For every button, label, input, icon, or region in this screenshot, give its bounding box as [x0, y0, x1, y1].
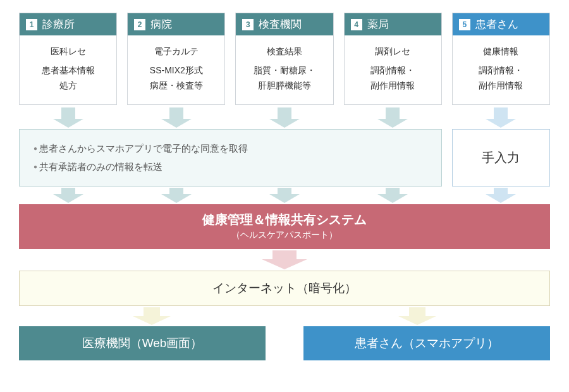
dest-medical-web: 医療機関（Web画面） [19, 326, 266, 360]
card-title: 診療所 [42, 17, 75, 32]
arrow-down-icon [269, 107, 300, 128]
card-line1: 検査結果 [240, 44, 329, 59]
manual-input-label: 手入力 [482, 149, 520, 166]
card-number-badge: 1 [26, 19, 37, 30]
card-line3: 肝胆膵機能等 [240, 78, 329, 94]
card-line3: 副作用情報 [456, 78, 546, 94]
dest-label: 医療機関（Web画面） [82, 336, 203, 350]
card-hospital: 2 病院 電子カルテ SS-MIX2形式 病歴・検査等 [127, 13, 225, 105]
arrow-down-icon [161, 188, 192, 203]
card-header: 1 診療所 [20, 13, 116, 35]
card-body: 電子カルテ SS-MIX2形式 病歴・検査等 [128, 35, 224, 104]
consent-bullet: 患者さんからスマホアプリで電子的な同意を取得 [34, 140, 427, 158]
arrow-down-icon [269, 188, 300, 203]
card-body: 調剤レセ 調剤情報・ 副作用情報 [345, 35, 441, 104]
card-pharmacy: 4 薬局 調剤レセ 調剤情報・ 副作用情報 [344, 13, 442, 105]
card-line1: 電子カルテ [132, 44, 221, 59]
card-title: 患者さん [475, 17, 518, 32]
arrow-down-icon [486, 188, 516, 203]
arrow-down-icon [133, 307, 171, 325]
internet-bar: インターネット（暗号化） [19, 271, 550, 306]
card-line2: 調剤情報・ [348, 63, 437, 78]
card-number-badge: 5 [459, 19, 470, 30]
card-header: 2 病院 [128, 13, 224, 35]
system-title: 健康管理＆情報共有システム [20, 211, 549, 228]
arrows-mid [19, 188, 550, 203]
card-number-badge: 3 [242, 19, 254, 30]
card-clinic: 1 診療所 医科レセ 患者基本情報 処方 [19, 13, 117, 105]
arrow-down-icon [53, 188, 83, 203]
card-title: 薬局 [367, 17, 389, 32]
card-line3: 病歴・検査等 [132, 78, 221, 94]
card-patient: 5 患者さん 健康情報 調剤情報・ 副作用情報 [452, 13, 550, 105]
card-title: 病院 [150, 17, 172, 32]
card-line1: 医科レセ [23, 44, 113, 59]
card-line3: 処方 [23, 78, 113, 94]
dest-label: 患者さん（スマホアプリ） [355, 336, 499, 350]
source-cards-row: 1 診療所 医科レセ 患者基本情報 処方 2 病院 電子カルテ SS-MIX2形… [19, 13, 550, 105]
card-line2: 調剤情報・ [456, 63, 546, 78]
card-body: 健康情報 調剤情報・ 副作用情報 [453, 35, 549, 104]
card-number-badge: 2 [134, 19, 145, 30]
consent-bullet: 共有承諾者のみの情報を転送 [34, 158, 427, 176]
card-header: 3 検査機関 [236, 13, 333, 35]
arrow-down-icon [486, 107, 516, 128]
card-lab: 3 検査機関 検査結果 脂質・耐糖尿・ 肝胆膵機能等 [235, 13, 333, 105]
card-line1: 調剤レセ [348, 44, 437, 59]
card-line2: SS-MIX2形式 [132, 63, 221, 78]
dest-patient-app: 患者さん（スマホアプリ） [303, 326, 550, 360]
arrow-down-icon [161, 107, 192, 128]
arrow-down-icon [53, 107, 83, 128]
mid-row: 患者さんからスマホアプリで電子的な同意を取得 共有承諾者のみの情報を転送 手入力 [19, 129, 550, 187]
arrows-bottom [19, 307, 550, 325]
internet-label: インターネット（暗号化） [212, 281, 357, 295]
arrow-down-icon [377, 107, 408, 128]
manual-input-box: 手入力 [452, 129, 550, 187]
arrow-down-icon [377, 188, 408, 203]
card-title: 検査機関 [259, 17, 302, 32]
consent-box: 患者さんからスマホアプリで電子的な同意を取得 共有承諾者のみの情報を転送 [19, 129, 442, 187]
card-header: 5 患者さん [453, 13, 549, 35]
arrow-down-icon [262, 250, 307, 269]
card-line2: 脂質・耐糖尿・ [240, 63, 329, 78]
system-bar: 健康管理＆情報共有システム （ヘルスケアパスポート） [19, 204, 550, 249]
card-line2: 患者基本情報 [23, 63, 113, 78]
system-subtitle: （ヘルスケアパスポート） [20, 230, 549, 241]
arrow-system-to-internet [19, 250, 550, 269]
card-header: 4 薬局 [345, 13, 441, 35]
card-body: 検査結果 脂質・耐糖尿・ 肝胆膵機能等 [236, 35, 333, 104]
card-line3: 副作用情報 [348, 78, 437, 94]
destination-row: 医療機関（Web画面） 患者さん（スマホアプリ） [19, 326, 550, 360]
arrows-top [19, 107, 550, 128]
card-line1: 健康情報 [456, 44, 546, 59]
card-body: 医科レセ 患者基本情報 処方 [20, 35, 116, 104]
arrow-down-icon [398, 307, 436, 325]
card-number-badge: 4 [351, 19, 362, 30]
